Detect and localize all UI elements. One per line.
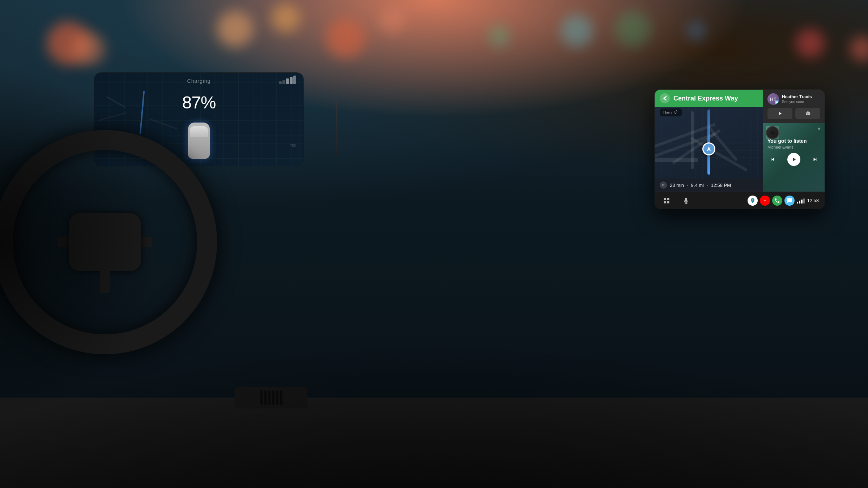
next-track-button[interactable] [810,154,820,164]
taskbar-left [660,194,692,207]
signal-indicator [797,198,805,204]
navigation-arrow-icon [706,146,712,152]
bokeh-2 [72,33,105,65]
charging-label: Charging [187,78,211,84]
android-auto-screen: Central Express Way Then [655,90,825,209]
battery-percent: 87% [182,93,216,112]
message-icon-small [775,101,778,104]
air-vent [235,387,307,408]
maps-app-button[interactable] [748,196,758,206]
close-route-button[interactable] [660,181,667,189]
svg-rect-4 [667,201,669,203]
music-controls [767,153,820,166]
bokeh-3 [217,11,253,47]
then-label: Then [663,110,672,115]
current-location-marker [702,142,715,155]
track-artist: Michael Evans [767,145,820,149]
eta-minutes: 23 min [670,183,684,188]
bokeh-5 [326,18,365,58]
center-divider [336,101,337,155]
bokeh-4 [271,4,300,33]
youtube-icon [762,198,767,203]
youtube-music-button[interactable] [760,196,770,206]
mic-button[interactable] [680,194,692,207]
play-pause-button[interactable] [787,153,800,166]
scene: 150 250 Charging 87% [0,0,868,488]
track-title: You got to listen [767,138,820,144]
messages-button[interactable] [784,196,795,206]
bokeh-9 [796,29,825,58]
phone-button[interactable] [772,196,782,206]
message-actions [767,108,820,119]
nav-header: Central Express Way [655,90,763,107]
contact-name: Heather Travis [782,94,812,99]
play-icon [778,111,783,116]
bokeh-7 [488,25,510,47]
map-bottom-bar: 23 min • 9.4 mi • 12:58 PM [655,179,763,192]
dashboard-surface [0,398,868,488]
eta-distance: 9.4 mi [691,183,704,188]
svg-rect-3 [664,201,666,203]
nav-then: Then [660,108,682,116]
skip-prev-icon [769,156,776,163]
bokeh-11 [687,22,705,40]
taskbar: 12:58 [655,192,825,209]
steering-wheel [0,116,231,369]
nav-street-name: Central Express Way [673,95,758,102]
right-panel: HT Heather Travis See you soon [763,90,825,192]
skip-next-icon [812,156,818,163]
bokeh-8 [561,14,593,47]
play-pause-icon [791,156,797,163]
eta-arrival: 12:58 PM [711,183,731,188]
music-card: You got to listen Michael Evans [763,123,825,192]
message-app-badge [775,100,779,105]
microphone-icon [683,197,689,204]
then-turn-icon [674,110,679,115]
svg-rect-1 [664,198,666,200]
grid-icon [663,197,670,204]
message-preview: See you soon [782,100,812,104]
turn-left-icon [660,93,670,103]
taskbar-right: 12:58 [748,196,819,206]
svg-rect-2 [667,198,669,200]
play-message-button[interactable] [767,108,792,119]
music-info: You got to listen Michael Evans [767,138,820,149]
system-time: 12:58 [807,198,819,203]
music-status-dot [818,128,820,130]
messages-icon [787,198,792,204]
bokeh-6 [380,7,405,33]
message-card: HT Heather Travis See you soon [763,90,825,123]
close-icon [661,183,665,187]
phone-icon [774,198,780,204]
reply-message-button[interactable] [795,108,820,119]
bokeh-10 [615,11,651,47]
map-panel[interactable]: Central Express Way Then [655,90,763,192]
prev-track-button[interactable] [767,154,778,164]
contact-avatar: HT [767,93,779,105]
reply-icon [805,111,810,116]
maps-icon [750,198,756,204]
apps-button[interactable] [660,194,673,207]
